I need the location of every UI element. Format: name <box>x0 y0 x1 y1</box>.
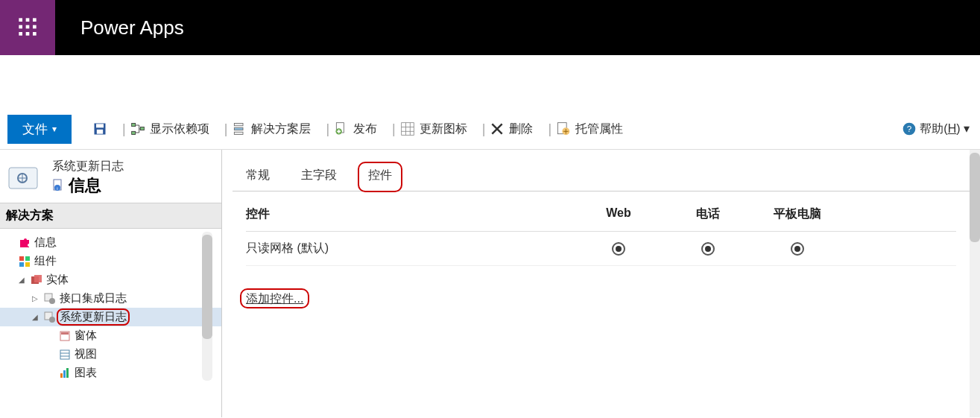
tree-node-info[interactable]: 信息 <box>0 233 221 252</box>
svg-rect-17 <box>235 132 244 134</box>
svg-text:i: i <box>57 186 57 191</box>
app-header: Power Apps <box>0 0 980 55</box>
svg-text:?: ? <box>907 124 912 133</box>
tab-controls[interactable]: 控件 <box>364 165 396 191</box>
managed-properties-button[interactable]: 托管属性 <box>556 121 623 137</box>
tabs: 常规 主字段 控件 <box>233 156 970 191</box>
separator: | <box>224 121 228 137</box>
app-launcher[interactable] <box>0 0 55 55</box>
svg-rect-20 <box>401 123 414 136</box>
svg-rect-7 <box>26 32 30 36</box>
solution-header: 解决方案 <box>0 203 221 229</box>
tree-node-components[interactable]: 组件 <box>0 252 221 270</box>
chevron-down-icon: ▾ <box>964 122 970 135</box>
svg-rect-14 <box>140 127 144 130</box>
svg-rect-30 <box>19 256 24 261</box>
col-phone: 电话 <box>663 206 753 222</box>
chevron-down-icon: ▾ <box>52 124 57 134</box>
show-dependencies-button[interactable]: 显示依赖项 <box>130 121 209 137</box>
tree-node-system-update-log[interactable]: ◢ 系统更新日志 <box>0 308 221 326</box>
radio-phone[interactable] <box>701 242 715 256</box>
scrollbar-vertical[interactable] <box>970 150 980 417</box>
tree-node-label: 系统更新日志 <box>60 310 127 324</box>
entity-gear-icon <box>43 292 57 305</box>
left-panel: 系统更新日志 i 信息 解决方案 信息 组件 <box>0 150 222 417</box>
tree-node-views[interactable]: 视图 <box>0 345 221 364</box>
scrollbar-vertical[interactable] <box>202 232 212 381</box>
tree-node-label: 窗体 <box>75 329 97 343</box>
form-icon <box>58 329 72 343</box>
expand-icon[interactable]: ▷ <box>30 294 40 303</box>
managed-properties-label: 托管属性 <box>575 121 623 137</box>
waffle-icon <box>17 16 38 39</box>
svg-rect-44 <box>63 370 66 378</box>
controls-table: 控件 Web 电话 平板电脑 只读网格 (默认) <box>246 206 956 266</box>
col-web: Web <box>574 206 663 222</box>
update-icon-label: 更新图标 <box>420 121 467 137</box>
svg-rect-31 <box>25 256 30 261</box>
svg-rect-1 <box>26 18 30 22</box>
add-control-link[interactable]: 添加控件... <box>246 292 303 305</box>
chart-icon <box>58 367 72 380</box>
entities-icon <box>30 273 43 287</box>
puzzle-icon <box>18 236 31 250</box>
svg-rect-4 <box>26 25 30 28</box>
svg-rect-41 <box>61 332 69 335</box>
tree-node-entities[interactable]: ◢ 实体 <box>0 270 221 289</box>
tree-node-label: 实体 <box>46 273 69 287</box>
tab-general[interactable]: 常规 <box>241 165 274 191</box>
solution-layers-button[interactable]: 解决方案层 <box>232 121 311 137</box>
svg-rect-8 <box>33 32 37 36</box>
radio-tablet[interactable] <box>791 242 804 256</box>
table-header: 控件 Web 电话 平板电脑 <box>246 206 956 232</box>
svg-rect-0 <box>19 18 22 22</box>
svg-rect-43 <box>60 373 63 378</box>
dependencies-icon <box>130 121 145 136</box>
upper-gap <box>0 55 980 113</box>
svg-point-37 <box>49 298 55 304</box>
svg-rect-2 <box>33 18 37 22</box>
svg-point-39 <box>49 317 55 323</box>
publish-button[interactable]: 发布 <box>334 121 377 137</box>
tree-node-forms[interactable]: 窗体 <box>0 326 221 345</box>
app-name: Power Apps <box>80 16 184 39</box>
help-button[interactable]: ? 帮助(H) ▾ <box>902 121 970 137</box>
collapse-icon[interactable]: ◢ <box>30 313 40 321</box>
svg-rect-11 <box>97 130 103 134</box>
content-panel: 常规 主字段 控件 控件 Web 电话 平板电脑 只读网格 (默认) 添加控件.… <box>222 150 980 417</box>
tree-node-label: 接口集成日志 <box>60 291 127 305</box>
separator: | <box>326 121 329 137</box>
tree-node-label: 图表 <box>75 366 97 380</box>
delete-button[interactable]: 删除 <box>490 121 533 137</box>
entity-gear-icon <box>43 311 57 324</box>
tree-node-label: 组件 <box>34 254 57 268</box>
save-button[interactable] <box>92 121 107 136</box>
collapse-icon[interactable]: ◢ <box>16 276 27 284</box>
help-icon: ? <box>902 121 917 136</box>
svg-rect-33 <box>25 262 30 267</box>
file-button[interactable]: 文件 ▾ <box>7 115 72 144</box>
svg-rect-5 <box>33 25 37 28</box>
svg-rect-45 <box>66 368 69 378</box>
radio-web[interactable] <box>612 242 625 256</box>
update-icon-button[interactable]: 更新图标 <box>400 121 467 137</box>
delete-label: 删除 <box>509 121 533 137</box>
tree-node-charts[interactable]: 图表 <box>0 364 221 382</box>
tab-primary-field[interactable]: 主字段 <box>297 165 341 191</box>
tree-node-label: 信息 <box>34 235 57 250</box>
table-row[interactable]: 只读网格 (默认) <box>246 232 956 266</box>
help-label: 帮助(H) ▾ <box>920 121 970 137</box>
tree-node-interface-log[interactable]: ▷ 接口集成日志 <box>0 289 221 308</box>
show-dependencies-label: 显示依赖项 <box>150 121 209 137</box>
add-control-area: 添加控件... <box>246 291 303 307</box>
svg-rect-12 <box>131 124 135 127</box>
tree-node-label: 视图 <box>75 347 97 361</box>
separator: | <box>392 121 396 137</box>
entity-title: 信息 <box>69 174 101 197</box>
svg-rect-10 <box>96 124 104 127</box>
scrollbar-thumb[interactable] <box>970 153 980 242</box>
save-icon <box>92 121 107 136</box>
separator: | <box>548 121 551 137</box>
col-control: 控件 <box>246 206 574 222</box>
scrollbar-thumb[interactable] <box>202 235 212 339</box>
